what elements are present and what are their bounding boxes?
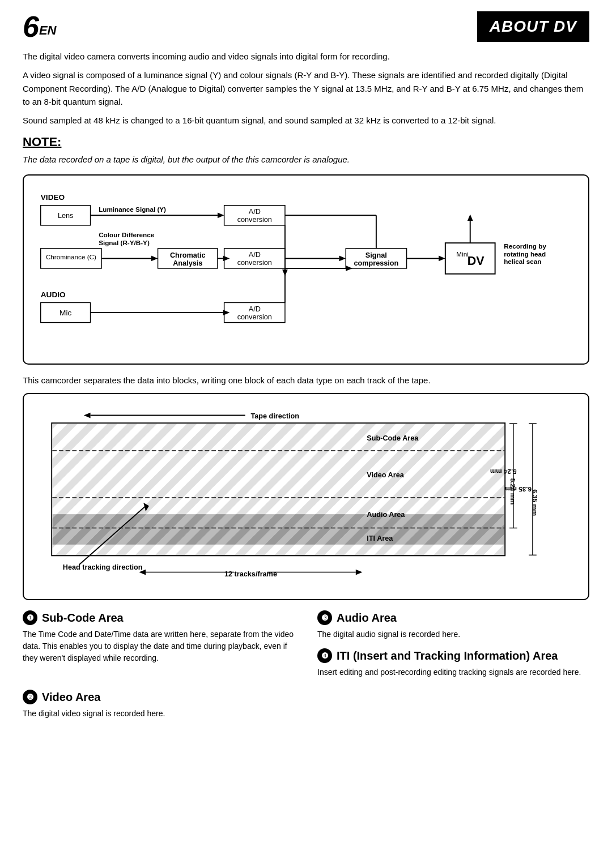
svg-text:A/D: A/D <box>249 208 261 216</box>
svg-text:conversion: conversion <box>237 216 272 224</box>
svg-text:Luminance Signal (Y): Luminance Signal (Y) <box>99 206 166 213</box>
signal-flow-diagram: VIDEO Lens Luminance Signal (Y) A/D conv… <box>23 174 589 365</box>
svg-text:Mini: Mini <box>456 250 468 257</box>
svg-marker-57 <box>84 412 91 418</box>
bullet-subcode-heading: ❶ Sub-Code Area <box>23 609 295 626</box>
svg-text:Audio Area: Audio Area <box>367 511 405 519</box>
page-suffix: EN <box>39 21 57 40</box>
signal-svg: VIDEO Lens Luminance Signal (Y) A/D conv… <box>35 186 577 350</box>
svg-text:Lens: Lens <box>58 212 73 220</box>
bullet-video: ❷ Video Area The digital video signal is… <box>23 689 295 720</box>
svg-text:Chrominance (C): Chrominance (C) <box>46 253 96 260</box>
svg-text:12 tracks/frame: 12 tracks/frame <box>224 570 277 578</box>
svg-text:Recording by: Recording by <box>504 242 546 250</box>
svg-text:Mic: Mic <box>60 309 71 317</box>
bullet-1-circle: ❶ <box>23 610 37 625</box>
bullet-video-heading: ❷ Video Area <box>23 689 295 705</box>
svg-text:conversion: conversion <box>237 313 272 320</box>
svg-text:5.24 mm: 5.24 mm <box>490 468 517 476</box>
bullet-3-title: Audio Area <box>337 609 397 626</box>
tape-svg: Tape direction <box>35 404 577 585</box>
svg-text:Sub-Code Area: Sub-Code Area <box>367 434 419 442</box>
svg-marker-53 <box>468 214 473 221</box>
svg-text:rotating head: rotating head <box>504 250 546 257</box>
svg-rect-65 <box>52 514 504 545</box>
svg-marker-51 <box>346 266 352 271</box>
svg-text:A/D: A/D <box>249 305 261 313</box>
svg-text:Chromatic: Chromatic <box>170 251 206 259</box>
bullet-2-circle: ❷ <box>23 690 37 704</box>
svg-text:Colour Difference: Colour Difference <box>99 231 155 238</box>
tape-caption: This camcorder separates the data into b… <box>23 374 589 387</box>
svg-text:AUDIO: AUDIO <box>41 290 66 298</box>
bullet-iti-heading: ❹ ITI (Insert and Tracking Information) … <box>317 647 589 664</box>
svg-marker-80 <box>356 569 363 575</box>
svg-text:VIDEO: VIDEO <box>41 193 65 202</box>
svg-marker-32 <box>439 255 445 261</box>
svg-text:Signal: Signal <box>366 251 387 259</box>
svg-text:Video Area: Video Area <box>367 471 404 478</box>
page-number: 6 <box>23 12 39 41</box>
bullet-3-circle: ❸ <box>317 610 332 625</box>
bullet-4-title: ITI (Insert and Tracking Information) Ar… <box>337 647 558 664</box>
bullet-audio: ❸ Audio Area The digital audio signal is… <box>317 609 589 678</box>
page-title: ABOUT DV <box>477 11 589 42</box>
bullets-section: ❶ Sub-Code Area The Time Code and Date/T… <box>23 609 589 724</box>
bullet-4-circle: ❹ <box>317 648 332 663</box>
svg-text:6.35 mm: 6.35 mm <box>532 489 539 516</box>
bullet-audio-heading: ❸ Audio Area <box>317 609 589 626</box>
svg-text:ITI Area: ITI Area <box>367 534 393 542</box>
svg-text:Analysis: Analysis <box>173 259 202 267</box>
intro-para-3: Sound sampled at 48 kHz is changed to a … <box>23 114 589 127</box>
svg-text:Signal (R-Y/B-Y): Signal (R-Y/B-Y) <box>99 239 150 246</box>
svg-text:6.35 mm: 6.35 mm <box>505 485 532 493</box>
bullet-subcode: ❶ Sub-Code Area The Time Code and Date/T… <box>23 609 295 678</box>
bullet-1-title: Sub-Code Area <box>42 609 124 626</box>
note-text: The data recorded on a tape is digital, … <box>23 153 589 166</box>
tape-diagram: Tape direction <box>23 393 589 601</box>
svg-marker-27 <box>339 255 346 261</box>
bullet-1-text: The Time Code and Date/Time data are wri… <box>23 628 295 664</box>
bullet-3-text: The digital audio signal is recorded her… <box>317 628 589 640</box>
page-header: 6 EN ABOUT DV <box>23 11 589 42</box>
bullet-4-text: Insert editing and post-recording editin… <box>317 666 589 678</box>
svg-text:conversion: conversion <box>237 259 272 267</box>
bullet-2-title: Video Area <box>42 689 100 705</box>
intro-para-2: A video signal is composed of a luminanc… <box>23 69 589 108</box>
svg-marker-16 <box>151 255 158 261</box>
svg-text:A/D: A/D <box>249 251 261 259</box>
svg-text:5.24 mm: 5.24 mm <box>509 478 517 504</box>
svg-text:compression: compression <box>354 259 398 267</box>
svg-text:Tape direction: Tape direction <box>250 412 299 420</box>
intro-para-1: The digital video camera converts incomi… <box>23 50 589 63</box>
note-heading: NOTE: <box>23 132 589 151</box>
svg-text:DV: DV <box>468 254 484 268</box>
svg-text:helical scan: helical scan <box>504 258 541 265</box>
svg-marker-5 <box>218 212 224 218</box>
svg-text:Head tracking direction: Head tracking direction <box>63 563 143 571</box>
bullet-2-text: The digital video signal is recorded her… <box>23 708 295 720</box>
